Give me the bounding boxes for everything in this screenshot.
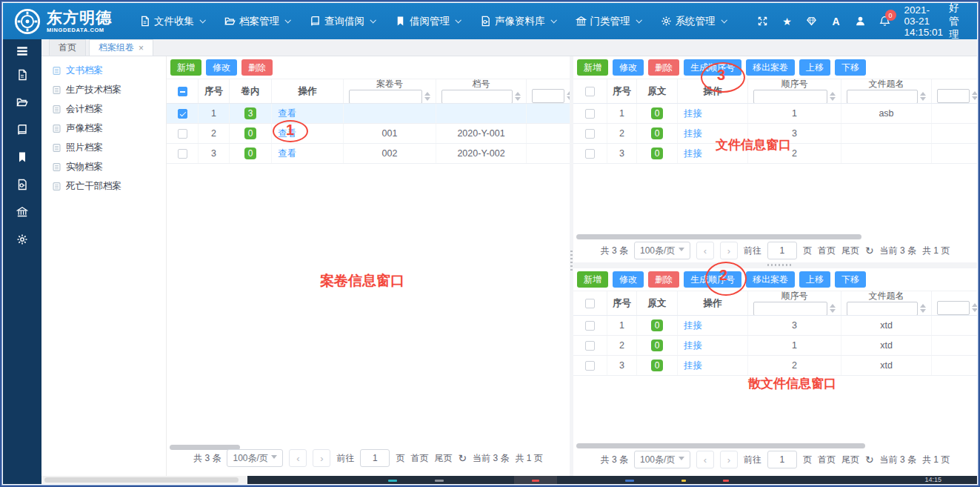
sort-carets-icon[interactable] [830, 301, 836, 315]
next-page-button[interactable]: › [313, 449, 330, 467]
tree-item[interactable]: 照片档案 [41, 138, 166, 157]
row-checkbox[interactable] [178, 129, 187, 139]
select-all-checkbox[interactable] [585, 87, 595, 96]
action-link[interactable]: 挂接 [684, 107, 702, 120]
sort-carets-icon[interactable] [515, 89, 521, 103]
refresh-icon[interactable]: ↻ [865, 454, 874, 466]
tree-item[interactable]: 会计档案 [41, 99, 166, 119]
tree-item[interactable]: 死亡干部档案 [41, 176, 166, 196]
nav-file-collection[interactable]: 文件收集 [139, 15, 204, 28]
taskbar-active-app[interactable] [514, 476, 557, 484]
table-row[interactable]: 10挂接3xtd [573, 316, 977, 336]
remove-from-case-button[interactable]: 移出案卷 [746, 59, 795, 76]
row-checkbox[interactable] [585, 321, 595, 331]
taskbar-icon[interactable] [723, 480, 729, 482]
tree-item[interactable]: 文书档案 [41, 61, 166, 80]
prev-page-button[interactable]: ‹ [289, 449, 307, 467]
row-checkbox[interactable] [178, 109, 187, 119]
taskbar-icon[interactable] [681, 480, 686, 482]
sidebar-media-file-icon[interactable] [16, 179, 28, 191]
action-link[interactable]: 查看 [278, 107, 296, 120]
action-link[interactable]: 挂接 [684, 148, 702, 160]
table-row[interactable]: 13查看 [167, 104, 570, 124]
first-page-button[interactable]: 首页 [410, 452, 428, 465]
filter-input-file-title[interactable] [847, 90, 918, 104]
filter-input-extra[interactable] [937, 89, 970, 103]
horizontal-scrollbar[interactable] [576, 443, 865, 448]
star-icon[interactable]: ★ [780, 16, 795, 27]
delete-button[interactable]: 删除 [648, 59, 679, 76]
taskbar-icon[interactable] [435, 480, 444, 482]
filter-input-order-no[interactable] [753, 302, 827, 316]
horizontal-splitter[interactable] [573, 262, 977, 268]
refresh-icon[interactable]: ↻ [865, 245, 874, 256]
nav-av-library[interactable]: 声像资料库 [480, 15, 556, 28]
filter-input-archive-no[interactable] [441, 90, 513, 104]
sidebar-bookmark-icon[interactable] [16, 151, 28, 163]
sort-carets-icon[interactable] [920, 89, 926, 103]
sidebar-file-icon[interactable] [16, 69, 28, 81]
nav-archive-management[interactable]: 档案管理 [224, 15, 290, 28]
nav-query-borrow[interactable]: 查询借阅 [310, 15, 375, 28]
move-up-button[interactable]: 上移 [799, 59, 830, 76]
horizontal-scrollbar[interactable] [576, 234, 861, 239]
move-up-button[interactable]: 上移 [799, 271, 830, 288]
move-down-button[interactable]: 下移 [835, 271, 866, 288]
action-link[interactable]: 挂接 [684, 319, 702, 332]
action-link[interactable]: 挂接 [684, 360, 702, 372]
row-checkbox[interactable] [585, 109, 595, 119]
filter-input-file-title[interactable] [847, 302, 918, 316]
last-page-button[interactable]: 尾页 [434, 452, 452, 465]
page-size-select[interactable]: 100条/页 [634, 451, 690, 468]
row-checkbox[interactable] [178, 149, 187, 159]
page-input[interactable] [360, 449, 390, 467]
nav-borrow-management[interactable]: 借阅管理 [395, 15, 460, 28]
select-all-checkbox[interactable] [585, 299, 595, 308]
sort-carets-icon[interactable] [830, 89, 836, 103]
gem-icon[interactable] [804, 16, 819, 27]
sort-carets-icon[interactable] [972, 300, 977, 315]
last-page-button[interactable]: 尾页 [841, 454, 859, 466]
nav-category-management[interactable]: 门类管理 [576, 15, 641, 28]
page-size-select[interactable]: 100条/页 [227, 449, 283, 467]
page-size-select[interactable]: 100条/页 [634, 242, 690, 259]
add-button[interactable]: 新增 [577, 271, 608, 288]
row-checkbox[interactable] [585, 129, 595, 139]
close-icon[interactable]: × [139, 43, 144, 53]
sidebar-folder-icon[interactable] [16, 96, 28, 108]
row-checkbox[interactable] [585, 341, 595, 351]
table-row[interactable]: 10挂接1asb [573, 104, 977, 124]
tree-item[interactable]: 声像档案 [41, 119, 166, 138]
action-link[interactable]: 查看 [278, 127, 296, 140]
select-all-checkbox[interactable] [178, 87, 187, 96]
row-checkbox[interactable] [585, 149, 595, 159]
first-page-button[interactable]: 首页 [818, 454, 836, 466]
edit-button[interactable]: 修改 [206, 59, 237, 76]
sidebar-hamburger-icon[interactable] [16, 44, 29, 58]
sort-carets-icon[interactable] [920, 301, 926, 315]
tree-item[interactable]: 实物档案 [41, 157, 166, 176]
nav-system-management[interactable]: 系统管理 [661, 15, 726, 28]
delete-button[interactable]: 删除 [648, 271, 679, 288]
prev-page-button[interactable]: ‹ [696, 242, 714, 259]
table-row[interactable]: 30挂接2xtd [573, 356, 977, 376]
table-row[interactable]: 20查看0012020-Y-001 [167, 124, 570, 144]
edit-button[interactable]: 修改 [613, 271, 644, 288]
refresh-icon[interactable]: ↻ [458, 452, 467, 464]
generate-seq-button[interactable]: 生成顺序号 [684, 271, 741, 288]
font-icon[interactable]: A [829, 16, 844, 27]
sidebar-bank-icon[interactable] [16, 206, 28, 218]
remove-from-case-button[interactable]: 移出案卷 [746, 271, 795, 288]
bell-icon[interactable]: 0 [878, 16, 893, 27]
taskbar-icon[interactable] [625, 480, 634, 482]
action-link[interactable]: 挂接 [684, 127, 702, 140]
prev-page-button[interactable]: ‹ [696, 451, 714, 468]
page-input[interactable] [767, 451, 797, 468]
add-button[interactable]: 新增 [577, 59, 608, 76]
scrollbar-thumb[interactable] [44, 477, 239, 483]
sidebar-book-icon[interactable] [16, 124, 28, 136]
add-button[interactable]: 新增 [170, 59, 201, 76]
table-row[interactable]: 30查看0022020-Y-002 [167, 144, 570, 164]
page-input[interactable] [767, 242, 797, 259]
move-down-button[interactable]: 下移 [835, 59, 866, 76]
